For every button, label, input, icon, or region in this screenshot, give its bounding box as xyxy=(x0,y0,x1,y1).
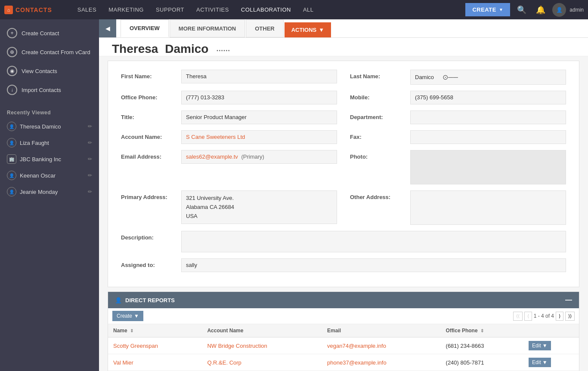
admin-avatar[interactable]: 👤 xyxy=(552,3,566,17)
first-page-button[interactable]: ⟨⟨ xyxy=(513,312,523,321)
top-navigation: ⌂ CONTACTS SALES MARKETING SUPPORT ACTIV… xyxy=(0,0,588,19)
hierarchy-icon[interactable]: ⋯⋯ xyxy=(216,47,230,54)
table-row: Val Mier Q.R.&E. Corp phone37@example.in… xyxy=(108,354,579,371)
org-chart-icon[interactable]: ⊙── xyxy=(443,73,458,81)
account-name-label: Account Name: xyxy=(121,130,181,140)
nav-all[interactable]: ALL xyxy=(297,0,320,19)
account-name-value[interactable]: S Cane Sweeteners Ltd xyxy=(181,130,337,144)
recent-item-keenan[interactable]: 👤 Keenan Oscar ✏ xyxy=(0,167,99,184)
office-phone-label: Office Phone: xyxy=(121,91,181,101)
sort-name-icon: ⇕ xyxy=(130,328,133,333)
col-header-name[interactable]: Name ⇕ xyxy=(108,324,202,337)
create-direct-report-button[interactable]: Create ▼ xyxy=(112,311,143,321)
name-link[interactable]: Scotty Greenspan xyxy=(113,343,158,349)
edit-row-button[interactable]: Edit ▼ xyxy=(529,358,551,367)
form-row-title: Title: Senior Product Manager Department… xyxy=(121,110,566,124)
sidebar-item-create-contact[interactable]: + Create Contact xyxy=(0,24,99,43)
sidebar-item-import-contacts[interactable]: ↓ Import Contacts xyxy=(0,80,99,99)
tab-other[interactable]: OTHER xyxy=(246,20,284,37)
minimize-button[interactable]: — xyxy=(565,296,572,304)
nav-marketing[interactable]: MARKETING xyxy=(102,0,150,19)
create-vcard-icon: ⊕ xyxy=(7,47,17,57)
col-header-account[interactable]: Account Name xyxy=(202,324,322,337)
recent-item-jeanie[interactable]: 👤 Jeanie Monday ✏ xyxy=(0,184,99,200)
logo[interactable]: ⌂ CONTACTS xyxy=(4,6,63,14)
tabs-area: ◀ OVERVIEW MORE INFORMATION OTHER ACTION… xyxy=(99,19,588,38)
department-value xyxy=(410,110,566,124)
col-header-phone[interactable]: Office Phone ⇕ xyxy=(441,324,524,337)
table-body: Scotty Greenspan NW Bridge Construction … xyxy=(108,337,579,371)
office-phone-value: (777) 013-3283 xyxy=(181,91,337,104)
recent-label-2: JBC Banking Inc xyxy=(20,156,61,163)
create-dropdown-arrow: ▼ xyxy=(499,7,503,12)
edit-row-button[interactable]: Edit ▼ xyxy=(529,341,551,350)
edit-icon-0[interactable]: ✏ xyxy=(88,123,92,129)
edit-icon-1[interactable]: ✏ xyxy=(88,140,92,146)
recent-label-0: Theresa Damico xyxy=(20,123,61,130)
nav-collaboration[interactable]: COLLABORATION xyxy=(235,0,297,19)
tab-overview[interactable]: OVERVIEW xyxy=(121,19,169,37)
sort-phone-icon: ⇕ xyxy=(480,328,484,333)
recent-item-liza[interactable]: 👤 Liza Faught ✏ xyxy=(0,135,99,151)
edit-dropdown-arrow: ▼ xyxy=(542,359,548,365)
col-header-email[interactable]: Email xyxy=(322,324,440,337)
notifications-icon[interactable]: 🔔 xyxy=(533,5,548,15)
photo-value xyxy=(410,150,566,184)
first-name-value: Theresa xyxy=(181,70,337,83)
edit-icon-2[interactable]: ✏ xyxy=(88,156,92,162)
edit-icon-4[interactable]: ✏ xyxy=(88,189,92,195)
email-address[interactable]: sales62@example.tv xyxy=(186,153,238,160)
email-primary-label: (Primary) xyxy=(241,153,264,160)
last-page-button[interactable]: ⟩⟩ xyxy=(565,312,575,321)
admin-area[interactable]: 👤 admin xyxy=(552,3,584,17)
mobile-label: Mobile: xyxy=(350,91,410,101)
direct-reports-icon: 👤 xyxy=(115,297,122,304)
main-layout: + Create Contact ⊕ Create Contact From v… xyxy=(0,19,588,371)
home-icon[interactable]: ⌂ xyxy=(4,6,13,14)
tab-actions-button[interactable]: ACTIONS ▼ xyxy=(285,22,331,37)
create-button[interactable]: CREATE ▼ xyxy=(465,3,510,16)
sidebar-item-create-from-vcard[interactable]: ⊕ Create Contact From vCard xyxy=(0,43,99,61)
title-value: Senior Product Manager xyxy=(181,110,337,124)
sidebar-item-view-contacts[interactable]: ◉ View Contacts xyxy=(0,61,99,80)
tab-more-information[interactable]: MORE INFORMATION xyxy=(170,20,245,37)
direct-reports-panel: 👤 DIRECT REPORTS — Create ▼ ⟨⟨ ⟨ 1 - 4 o… xyxy=(108,291,579,371)
edit-icon-3[interactable]: ✏ xyxy=(88,172,92,178)
nav-sales[interactable]: SALES xyxy=(71,0,102,19)
nav-items: SALES MARKETING SUPPORT ACTIVITIES COLLA… xyxy=(71,0,466,19)
last-name-text: Damico xyxy=(415,74,434,80)
cell-account: Q.R.&E. Corp xyxy=(202,354,322,371)
next-page-button[interactable]: ⟩ xyxy=(556,312,563,321)
email-link[interactable]: phone37@example.info xyxy=(327,359,387,366)
nav-activities[interactable]: ACTIVITIES xyxy=(190,0,235,19)
form-row-address: Primary Address: 321 University Ave. Ala… xyxy=(121,190,566,225)
cell-email: vegan74@example.info xyxy=(322,337,440,354)
recent-item-theresa[interactable]: 👤 Theresa Damico ✏ xyxy=(0,118,99,135)
recent-label-3: Keenan Oscar xyxy=(20,172,56,179)
pagination: ⟨⟨ ⟨ 1 - 4 of 4 ⟩ ⟩⟩ xyxy=(513,312,575,321)
form-row-assigned: Assigned to: sally xyxy=(121,258,566,272)
recent-item-jbc[interactable]: 🏢 JBC Banking Inc ✏ xyxy=(0,151,99,167)
form-col-mobile: Mobile: (375) 699-5658 xyxy=(350,91,566,104)
back-button[interactable]: ◀ xyxy=(99,19,116,37)
direct-reports-title: DIRECT REPORTS xyxy=(125,297,175,304)
form-row-account: Account Name: S Cane Sweeteners Ltd Fax: xyxy=(121,130,566,144)
sidebar-create-contact-label: Create Contact xyxy=(22,30,59,37)
recent-label-4: Jeanie Monday xyxy=(20,189,58,195)
nav-support[interactable]: SUPPORT xyxy=(150,0,190,19)
person-icon-3: 👤 xyxy=(7,171,16,180)
email-value[interactable]: sales62@example.tv (Primary) xyxy=(181,150,337,164)
prev-page-button[interactable]: ⟨ xyxy=(524,312,532,321)
cell-name: Val Mier xyxy=(108,354,202,371)
search-icon[interactable]: 🔍 xyxy=(514,5,529,15)
form-col-description: Description: xyxy=(121,231,566,252)
email-link[interactable]: vegan74@example.info xyxy=(327,343,386,349)
cell-email: phone37@example.info xyxy=(322,354,440,371)
description-label: Description: xyxy=(121,231,181,241)
account-link[interactable]: Q.R.&E. Corp xyxy=(207,359,241,366)
name-link[interactable]: Val Mier xyxy=(113,359,133,366)
main-content: ◀ OVERVIEW MORE INFORMATION OTHER ACTION… xyxy=(99,19,588,371)
view-contacts-icon: ◉ xyxy=(7,66,17,76)
account-link[interactable]: NW Bridge Construction xyxy=(207,343,267,349)
last-name-label: Last Name: xyxy=(350,70,410,80)
